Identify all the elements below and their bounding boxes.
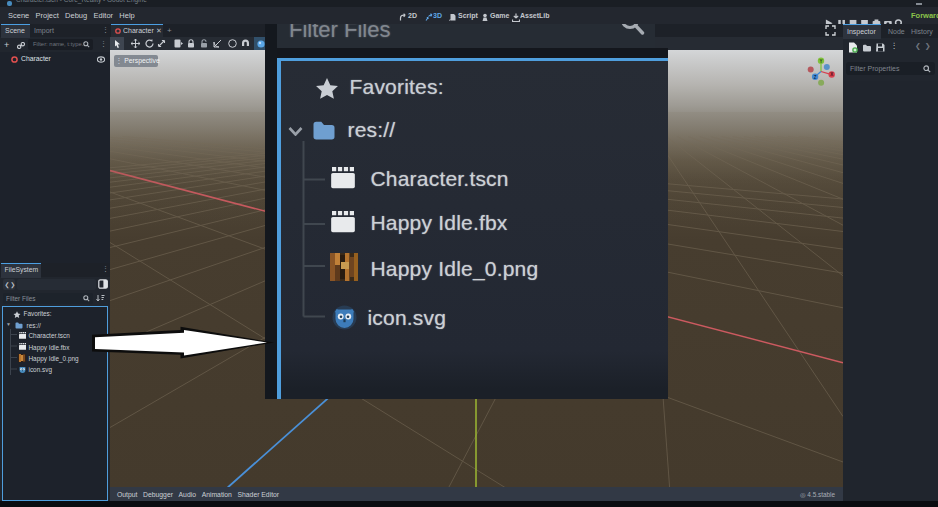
svg-text:Z: Z bbox=[814, 74, 817, 79]
svg-text:Y: Y bbox=[819, 58, 822, 63]
svg-text:X: X bbox=[830, 72, 833, 77]
